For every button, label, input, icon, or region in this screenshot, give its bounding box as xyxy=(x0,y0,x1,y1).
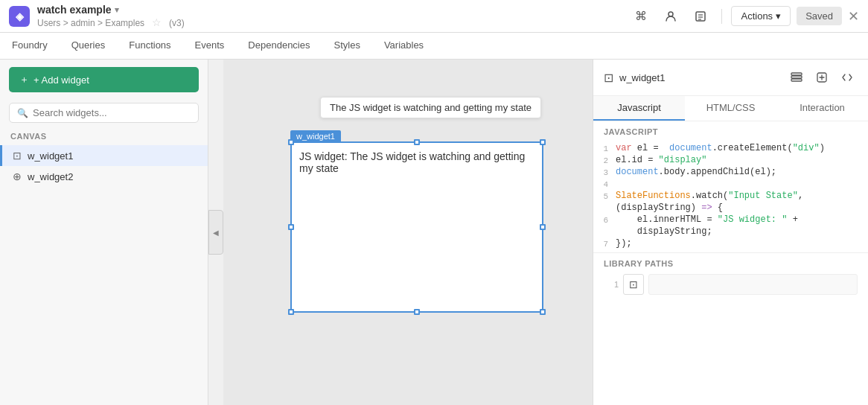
widget1-icon: ⊡ xyxy=(13,150,22,162)
canvas-area[interactable]: The JS widget is watching and getting my… xyxy=(223,60,593,405)
svg-point-0 xyxy=(668,12,673,16)
topbar-divider xyxy=(721,9,722,24)
search-input-wrap: 🔍 xyxy=(9,103,199,123)
keyboard-shortcut-button[interactable]: ⌘ xyxy=(629,4,653,28)
handle-tr[interactable] xyxy=(540,139,546,145)
svg-rect-7 xyxy=(791,73,802,75)
app-title-text: watch example xyxy=(37,4,112,16)
handle-tl[interactable] xyxy=(288,139,294,145)
title-chevron-icon: ▾ xyxy=(115,5,119,15)
tab-queries[interactable]: Queries xyxy=(60,33,118,59)
nav-tabs: Foundry Queries Functions Events Depende… xyxy=(0,33,868,60)
tab-dependencies[interactable]: Dependencies xyxy=(236,33,322,59)
panel-icon-layers[interactable] xyxy=(786,67,807,88)
svg-rect-6 xyxy=(791,76,802,78)
search-input[interactable] xyxy=(33,107,191,118)
lib-icon-box[interactable]: ⊡ xyxy=(623,274,644,295)
code-line-6a: 6 el.innerHTML = "JS widget: " + xyxy=(593,214,868,226)
widget-box[interactable]: JS widget: The JS widget is watching and… xyxy=(290,141,543,313)
widget-outer[interactable]: w_widget1 JS widget: The JS widget is wa… xyxy=(290,130,543,313)
js-section-label: JAVASCRIPT xyxy=(593,121,868,139)
panel-icon-code[interactable] xyxy=(837,67,858,88)
left-panel: ＋ + Add widget 🔍 CANVAS ⊡ w_widget1 ⊕ w_… xyxy=(0,60,208,405)
search-container: 🔍 xyxy=(0,100,208,129)
code-editor[interactable]: 1 var el = document.createElement("div")… xyxy=(593,139,868,253)
code-line-5a: 5 SlateFunctions.watch("Input State", xyxy=(593,190,868,202)
right-panel-widget-icon: ⊡ xyxy=(604,71,613,85)
topbar-left: ◈ watch example ▾ Users > admin > Exampl… xyxy=(9,4,185,29)
saved-button[interactable]: Saved xyxy=(797,7,842,25)
widget2-label: w_widget2 xyxy=(28,171,73,182)
app-icon: ◈ xyxy=(9,6,30,27)
lib-row-num: 1 xyxy=(604,280,619,289)
code-line-5b: (displayString) => { xyxy=(593,202,868,214)
library-row: 1 ⊡ xyxy=(604,274,858,295)
right-panel-widget-name: w_widget1 xyxy=(619,72,665,83)
widget-content: JS widget: The JS widget is watching and… xyxy=(299,150,534,174)
handle-ml[interactable] xyxy=(288,224,294,230)
library-section-label: LIBRARY PATHS xyxy=(604,259,858,268)
lib-rest xyxy=(648,274,858,295)
handle-tm[interactable] xyxy=(414,139,420,145)
topbar-right: ⌘ Actions ▾ Saved ✕ xyxy=(629,4,859,28)
actions-chevron-icon: ▾ xyxy=(776,10,781,22)
docs-button[interactable] xyxy=(689,4,712,28)
title-group: watch example ▾ Users > admin > Examples… xyxy=(37,4,185,29)
svg-rect-5 xyxy=(791,79,802,81)
code-line-7: 7 }); xyxy=(593,237,868,249)
handle-bm[interactable] xyxy=(414,309,420,315)
handle-bl[interactable] xyxy=(288,309,294,315)
widget2-icon: ⊕ xyxy=(13,170,22,182)
tab-functions[interactable]: Functions xyxy=(117,33,182,59)
code-tab-htmlcss[interactable]: HTML/CSS xyxy=(685,96,776,121)
tab-foundry[interactable]: Foundry xyxy=(0,33,60,59)
main-layout: ＋ + Add widget 🔍 CANVAS ⊡ w_widget1 ⊕ w_… xyxy=(0,60,868,405)
user-button[interactable] xyxy=(659,4,683,28)
tooltip-box: The JS widget is watching and getting my… xyxy=(320,97,541,118)
canvas-item-w-widget1[interactable]: ⊡ w_widget1 xyxy=(0,145,208,166)
topbar: ◈ watch example ▾ Users > admin > Exampl… xyxy=(0,0,868,33)
code-line-2: 2 el.id = "display" xyxy=(593,154,868,166)
right-panel: ⊡ w_widget1 Javascript HTML/CSS Interact… xyxy=(593,60,868,405)
app-title: watch example ▾ xyxy=(37,4,185,16)
handle-br[interactable] xyxy=(540,309,546,315)
tab-variables[interactable]: Variables xyxy=(372,33,435,59)
star-icon[interactable]: ☆ xyxy=(152,16,162,28)
actions-button[interactable]: Actions ▾ xyxy=(731,6,791,26)
tab-styles[interactable]: Styles xyxy=(322,33,371,59)
canvas-item-w-widget2[interactable]: ⊕ w_widget2 xyxy=(0,166,208,187)
panel-icon-edit[interactable] xyxy=(811,67,832,88)
plus-icon: ＋ xyxy=(19,73,29,86)
code-line-3: 3 document.body.appendChild(el); xyxy=(593,166,868,178)
right-panel-header: ⊡ w_widget1 xyxy=(593,60,868,96)
breadcrumb: Users > admin > Examples ☆ (v3) xyxy=(37,16,185,29)
tab-events[interactable]: Events xyxy=(183,33,237,59)
panel-collapse-button[interactable]: ◀ xyxy=(208,210,223,255)
code-line-1: 1 var el = document.createElement("div") xyxy=(593,142,868,154)
close-button[interactable]: ✕ xyxy=(848,8,859,25)
code-tab-javascript[interactable]: Javascript xyxy=(593,96,685,121)
search-icon: 🔍 xyxy=(17,108,28,118)
code-tabs: Javascript HTML/CSS Interaction xyxy=(593,96,868,121)
widget1-label: w_widget1 xyxy=(28,150,73,162)
right-panel-icons xyxy=(786,67,858,88)
widget-label-tag: w_widget1 xyxy=(290,130,341,142)
code-line-4: 4 xyxy=(593,178,868,190)
canvas-label: CANVAS xyxy=(0,129,208,145)
handle-mr[interactable] xyxy=(540,224,546,230)
add-widget-button[interactable]: ＋ + Add widget xyxy=(9,67,199,92)
code-line-6b: displayString; xyxy=(593,226,868,237)
code-tab-interaction[interactable]: Interaction xyxy=(776,96,868,121)
library-section: LIBRARY PATHS 1 ⊡ xyxy=(593,253,868,301)
